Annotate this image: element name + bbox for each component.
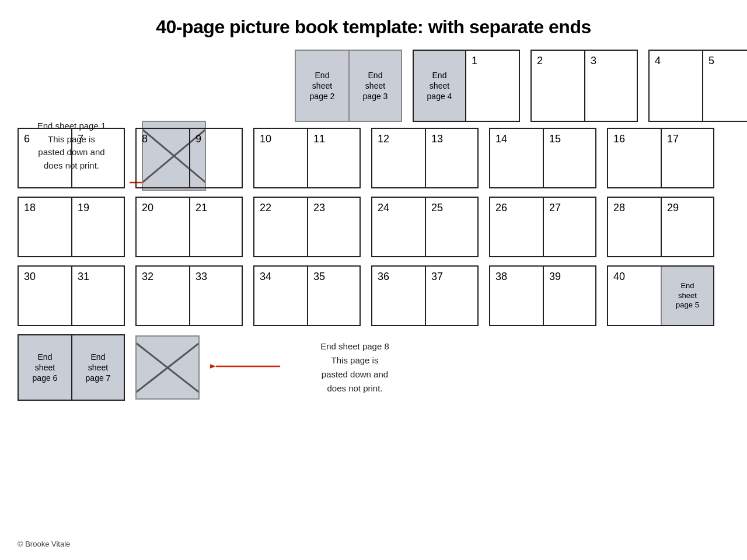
page-end-4: End sheet page 4 bbox=[414, 51, 466, 121]
page-3: 3 bbox=[584, 51, 637, 121]
page-14: 14 bbox=[490, 129, 543, 187]
page-8: 8 bbox=[137, 129, 189, 187]
page-13: 13 bbox=[425, 129, 477, 187]
page-11: 11 bbox=[307, 129, 359, 187]
page-15: 15 bbox=[543, 129, 595, 187]
spread-end-6-7: End sheet page 6 End sheet page 7 bbox=[18, 334, 125, 401]
page-37: 37 bbox=[425, 267, 477, 325]
page-19: 19 bbox=[71, 198, 124, 256]
page-33: 33 bbox=[189, 267, 242, 325]
page-12: 12 bbox=[372, 129, 425, 187]
bottom-row: End sheet page 6 End sheet page 7 bbox=[18, 334, 729, 401]
spread-8-9: 8 9 bbox=[135, 128, 243, 188]
x-page-bottom bbox=[135, 335, 200, 400]
page-17: 17 bbox=[661, 129, 713, 187]
copyright: © Brooke Vitale bbox=[18, 540, 70, 548]
page-36: 36 bbox=[372, 267, 425, 325]
page-end-5: End sheet page 5 bbox=[661, 267, 713, 325]
page-7: 7 bbox=[71, 129, 124, 187]
page-6: 6 bbox=[19, 129, 71, 187]
page-28: 28 bbox=[608, 198, 661, 256]
page-40: 40 bbox=[608, 267, 661, 325]
arrow-bottom bbox=[210, 358, 286, 377]
page-4: 4 bbox=[650, 51, 702, 121]
annotation-bottom-line1: End sheet page 8 bbox=[296, 340, 413, 354]
page-31: 31 bbox=[71, 267, 124, 325]
spread-32-33: 32 33 bbox=[135, 265, 243, 326]
page-end-6: End sheet page 6 bbox=[19, 335, 71, 400]
annotation-bottom-line3: pasted down and bbox=[296, 368, 413, 382]
page-34: 34 bbox=[254, 267, 307, 325]
annotation-bottom: End sheet page 8 This page is pasted dow… bbox=[296, 340, 413, 396]
spread-22-23: 22 23 bbox=[253, 197, 361, 257]
page-22: 22 bbox=[254, 198, 307, 256]
spread-end-2-3: End sheet page 2 End sheet page 3 bbox=[295, 50, 402, 122]
spread-38-39: 38 39 bbox=[489, 265, 596, 326]
spread-36-37: 36 37 bbox=[371, 265, 479, 326]
page-24: 24 bbox=[372, 198, 425, 256]
page-27: 27 bbox=[543, 198, 595, 256]
row-2: 6 7 8 9 10 11 12 13 14 15 16 17 bbox=[18, 128, 729, 188]
page-30: 30 bbox=[19, 267, 71, 325]
page-25: 25 bbox=[425, 198, 477, 256]
page-end-7: End sheet page 7 bbox=[71, 335, 124, 400]
page-10: 10 bbox=[254, 129, 307, 187]
page-5: 5 bbox=[702, 51, 747, 121]
page-20: 20 bbox=[137, 198, 189, 256]
page-26: 26 bbox=[490, 198, 543, 256]
spread-40-end5: 40 End sheet page 5 bbox=[607, 265, 714, 326]
page-32: 32 bbox=[137, 267, 189, 325]
page-38: 38 bbox=[490, 267, 543, 325]
page-18: 18 bbox=[19, 198, 71, 256]
spread-end4-1: End sheet page 4 1 bbox=[413, 50, 520, 122]
spread-20-21: 20 21 bbox=[135, 197, 243, 257]
page-16: 16 bbox=[608, 129, 661, 187]
page-title: 40-page picture book template: with sepa… bbox=[0, 0, 747, 50]
page-2: 2 bbox=[532, 51, 584, 121]
page-23: 23 bbox=[307, 198, 359, 256]
page-29: 29 bbox=[661, 198, 713, 256]
annotation-bottom-line4: does not print. bbox=[296, 382, 413, 396]
row-3: 18 19 20 21 22 23 24 25 26 27 28 29 bbox=[18, 197, 729, 257]
spread-34-35: 34 35 bbox=[253, 265, 361, 326]
annotation-bottom-line2: This page is bbox=[296, 354, 413, 368]
spread-14-15: 14 15 bbox=[489, 128, 596, 188]
spread-28-29: 28 29 bbox=[607, 197, 714, 257]
page-9: 9 bbox=[189, 129, 242, 187]
spread-24-25: 24 25 bbox=[371, 197, 479, 257]
spread-30-31: 30 31 bbox=[18, 265, 125, 326]
page-end-3: End sheet page 3 bbox=[348, 51, 401, 121]
spread-2-3: 2 3 bbox=[530, 50, 638, 122]
page-21: 21 bbox=[189, 198, 242, 256]
spread-12-13: 12 13 bbox=[371, 128, 479, 188]
page-35: 35 bbox=[307, 267, 359, 325]
spread-10-11: 10 11 bbox=[253, 128, 361, 188]
spread-16-17: 16 17 bbox=[607, 128, 714, 188]
page-39: 39 bbox=[543, 267, 595, 325]
row-4: 30 31 32 33 34 35 36 37 38 39 40 End she… bbox=[18, 265, 729, 326]
spread-18-19: 18 19 bbox=[18, 197, 125, 257]
spread-4-5: 4 5 bbox=[648, 50, 747, 122]
spread-26-27: 26 27 bbox=[489, 197, 596, 257]
page-end-2: End sheet page 2 bbox=[296, 51, 348, 121]
spread-6-7: 6 7 bbox=[18, 128, 125, 188]
page-1: 1 bbox=[466, 51, 519, 121]
